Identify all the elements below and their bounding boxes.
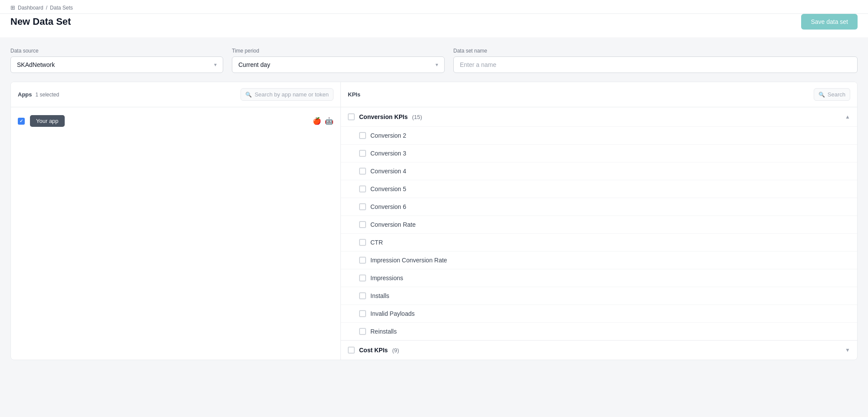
kpi-name-invalid: Invalid Payloads xyxy=(370,310,415,317)
kpi-checkbox-icr[interactable] xyxy=(359,257,366,264)
kpis-panel-label: KPIs xyxy=(348,91,360,98)
data-source-group: Data source SKAdNetwork ▾ xyxy=(10,48,223,73)
kpi-item: Installs xyxy=(341,287,857,304)
page-title: New Data Set xyxy=(10,16,71,27)
breadcrumb: ⊞ Dashboard / Data Sets xyxy=(10,4,858,11)
apps-panel-header: Apps 1 selected 🔍 Search by app name or … xyxy=(11,82,340,107)
kpi-item: Conversion 6 xyxy=(341,198,857,215)
cost-kpis-group-header[interactable]: Cost KPIs (9) ▼ xyxy=(341,340,857,360)
kpi-checkbox-conv-rate[interactable] xyxy=(359,221,366,228)
app-checkbox[interactable] xyxy=(18,118,25,125)
cost-kpis-group: Cost KPIs (9) ▼ xyxy=(341,340,857,360)
ios-icon: 🍎 xyxy=(313,117,321,125)
conversion-group-left: Conversion KPIs (15) xyxy=(348,113,422,120)
data-source-chevron: ▾ xyxy=(214,62,217,68)
kpis-panel-header: KPIs 🔍 Search xyxy=(341,82,857,107)
kpis-search-icon: 🔍 xyxy=(818,92,825,98)
breadcrumb-dashboard[interactable]: Dashboard xyxy=(18,5,43,11)
kpi-checkbox-installs[interactable] xyxy=(359,292,366,299)
apps-search-icon: 🔍 xyxy=(245,92,252,98)
app-platforms: 🍎 🤖 xyxy=(313,117,333,125)
kpi-item: CTR xyxy=(341,233,857,251)
dataset-name-input[interactable] xyxy=(453,56,858,73)
kpi-name-conv-rate: Conversion Rate xyxy=(370,221,416,228)
kpis-search-placeholder: Search xyxy=(828,91,845,98)
kpi-item: Invalid Payloads xyxy=(341,304,857,322)
conversion-group-name: Conversion KPIs xyxy=(359,113,408,120)
kpis-panel: KPIs 🔍 Search Conversion KPIs (15) ▲ xyxy=(341,82,857,360)
kpi-name-impressions: Impressions xyxy=(370,275,403,281)
kpi-checkbox-impressions[interactable] xyxy=(359,275,366,281)
time-period-group: Time period Current day ▾ xyxy=(232,48,445,73)
kpi-checkbox-conv2[interactable] xyxy=(359,132,366,139)
cost-group-left: Cost KPIs (9) xyxy=(348,347,399,354)
apps-search-field[interactable]: 🔍 Search by app name or token xyxy=(241,88,333,101)
time-period-value: Current day xyxy=(238,61,270,68)
kpi-name-conv4: Conversion 4 xyxy=(370,168,406,175)
cost-group-count: (9) xyxy=(392,347,399,354)
conversion-kpis-group-header[interactable]: Conversion KPIs (15) ▲ xyxy=(341,107,857,126)
panels-row: Apps 1 selected 🔍 Search by app name or … xyxy=(10,82,858,360)
kpi-checkbox-conv4[interactable] xyxy=(359,168,366,175)
apps-panel: Apps 1 selected 🔍 Search by app name or … xyxy=(11,82,341,360)
dataset-name-label: Data set name xyxy=(453,48,858,54)
app-item: Your app 🍎 🤖 xyxy=(11,111,340,131)
kpi-name-reinstalls: Reinstalls xyxy=(370,328,397,335)
kpi-checkbox-conv5[interactable] xyxy=(359,185,366,192)
conversion-kpis-items: Conversion 2 Conversion 3 Conversion 4 C… xyxy=(341,126,857,340)
kpi-checkbox-reinstalls[interactable] xyxy=(359,328,366,335)
kpi-item: Conversion Rate xyxy=(341,215,857,233)
cost-group-name: Cost KPIs xyxy=(359,347,388,354)
app-name: Your app xyxy=(30,115,65,127)
cost-group-checkbox[interactable] xyxy=(348,347,355,354)
kpi-name-ctr: CTR xyxy=(370,239,383,246)
breadcrumb-current: Data Sets xyxy=(50,5,73,11)
kpi-item: Reinstalls xyxy=(341,322,857,340)
kpi-item: Impressions xyxy=(341,269,857,287)
data-source-value: SKAdNetwork xyxy=(17,61,55,68)
kpi-name-icr: Impression Conversion Rate xyxy=(370,257,447,264)
kpi-item: Impression Conversion Rate xyxy=(341,251,857,269)
apps-selected-count: 1 selected xyxy=(36,92,59,98)
time-period-select[interactable]: Current day ▾ xyxy=(232,56,445,73)
apps-header-left: Apps 1 selected xyxy=(18,91,59,98)
kpi-name-conv3: Conversion 3 xyxy=(370,150,406,157)
breadcrumb-separator: / xyxy=(46,5,47,11)
conversion-group-count: (15) xyxy=(412,114,422,120)
kpi-checkbox-ctr[interactable] xyxy=(359,239,366,246)
kpi-name-conv5: Conversion 5 xyxy=(370,185,406,192)
kpi-name-conv2: Conversion 2 xyxy=(370,132,406,139)
cost-group-chevron: ▼ xyxy=(845,347,850,353)
kpi-item: Conversion 2 xyxy=(341,126,857,144)
apps-search-placeholder: Search by app name or token xyxy=(254,91,329,98)
kpi-item: Conversion 5 xyxy=(341,180,857,198)
time-period-label: Time period xyxy=(232,48,445,54)
android-icon: 🤖 xyxy=(325,117,333,125)
kpi-name-conv6: Conversion 6 xyxy=(370,203,406,210)
conversion-group-checkbox[interactable] xyxy=(348,113,355,120)
dataset-name-group: Data set name xyxy=(453,48,858,73)
kpi-item: Conversion 4 xyxy=(341,162,857,180)
app-list: Your app 🍎 🤖 xyxy=(11,107,340,135)
kpi-item: Conversion 3 xyxy=(341,144,857,162)
kpi-checkbox-conv3[interactable] xyxy=(359,150,366,157)
home-icon: ⊞ xyxy=(10,4,15,11)
conversion-group-chevron: ▲ xyxy=(845,114,850,120)
filters-row: Data source SKAdNetwork ▾ Time period Cu… xyxy=(10,48,858,73)
kpi-scroll-area: Conversion KPIs (15) ▲ Conversion 2 Conv… xyxy=(341,107,857,360)
kpis-search-field[interactable]: 🔍 Search xyxy=(814,88,850,101)
kpi-checkbox-invalid[interactable] xyxy=(359,310,366,317)
data-source-select[interactable]: SKAdNetwork ▾ xyxy=(10,56,223,73)
data-source-label: Data source xyxy=(10,48,223,54)
kpi-checkbox-conv6[interactable] xyxy=(359,203,366,210)
apps-panel-label: Apps xyxy=(18,91,32,98)
save-button[interactable]: Save data set xyxy=(801,14,858,30)
page-header: New Data Set Save data set xyxy=(0,14,868,37)
kpi-name-installs: Installs xyxy=(370,292,389,299)
time-period-chevron: ▾ xyxy=(436,62,438,68)
